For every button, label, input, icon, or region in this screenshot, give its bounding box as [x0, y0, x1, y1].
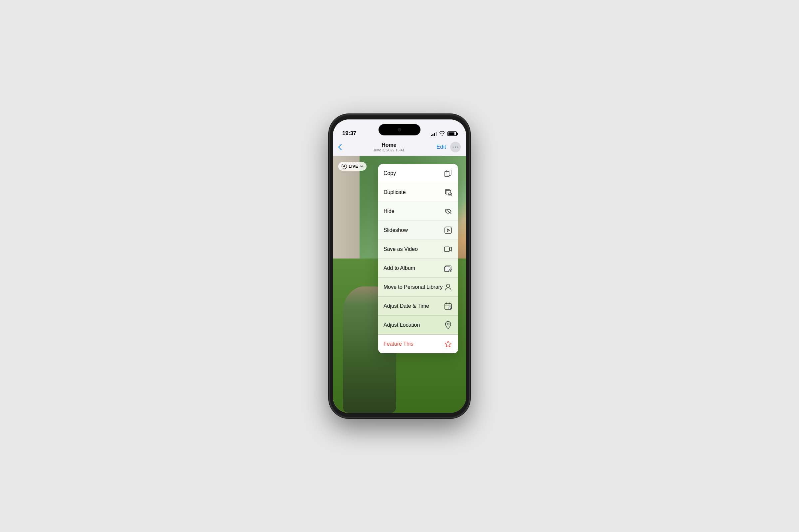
menu-item-save-video-label: Save as Video: [384, 246, 418, 252]
back-button[interactable]: [338, 144, 341, 150]
menu-item-adjust-location[interactable]: Adjust Location: [378, 316, 458, 335]
menu-item-slideshow-label: Slideshow: [384, 227, 408, 233]
phone-screen: 19:37: [333, 119, 466, 413]
chevron-down-icon: [360, 165, 363, 167]
svg-point-15: [447, 323, 449, 325]
nav-title-subtitle: June 3, 2022 15:41: [373, 148, 405, 152]
menu-item-personal-library-label: Move to Personal Library: [384, 284, 443, 290]
svg-rect-4: [445, 171, 449, 177]
svg-point-1: [455, 147, 456, 148]
live-circle-icon: [341, 164, 347, 169]
menu-item-duplicate[interactable]: Duplicate: [378, 183, 458, 202]
edit-button[interactable]: Edit: [436, 144, 446, 150]
svg-point-2: [458, 147, 459, 148]
wifi-icon: [439, 131, 445, 137]
duplicate-icon: [443, 188, 453, 197]
nav-right: Edit: [436, 142, 461, 152]
svg-rect-7: [445, 227, 451, 233]
play-icon: [443, 226, 453, 235]
menu-item-feature-this[interactable]: Feature This: [378, 335, 458, 353]
menu-item-copy-label: Copy: [384, 170, 396, 176]
status-time: 19:37: [342, 130, 356, 137]
person-icon: [443, 283, 453, 292]
menu-item-adjust-location-label: Adjust Location: [384, 322, 420, 328]
phone-device: 19:37: [330, 115, 469, 418]
menu-item-adjust-date-time[interactable]: Adjust Date & Time: [378, 297, 458, 316]
status-icons: [431, 131, 457, 137]
menu-item-feature-this-label: Feature This: [384, 341, 413, 347]
menu-item-hide-label: Hide: [384, 208, 394, 214]
menu-item-hide[interactable]: Hide: [378, 202, 458, 221]
location-icon: [443, 320, 453, 330]
navigation-bar: Home June 3, 2022 15:41 Edit: [333, 139, 466, 156]
svg-point-12: [446, 284, 450, 287]
svg-point-0: [453, 147, 454, 148]
menu-item-save-video[interactable]: Save as Video: [378, 240, 458, 259]
menu-item-add-album-label: Add to Album: [384, 265, 415, 271]
nav-title-main: Home: [373, 142, 405, 148]
calendar-icon: [443, 301, 453, 311]
camera-lens: [398, 128, 401, 131]
live-inner-circle: [343, 165, 345, 167]
feature-icon: [443, 339, 453, 349]
menu-item-add-album[interactable]: Add to Album: [378, 259, 458, 278]
menu-item-personal-library[interactable]: Move to Personal Library: [378, 278, 458, 297]
battery-fill: [448, 132, 454, 135]
hide-icon: [443, 207, 453, 216]
live-badge[interactable]: LIVE: [338, 162, 367, 171]
copy-icon: [443, 169, 453, 178]
menu-item-duplicate-label: Duplicate: [384, 189, 406, 195]
more-button[interactable]: [450, 142, 461, 152]
video-icon: [443, 245, 453, 254]
nav-title: Home June 3, 2022 15:41: [373, 142, 405, 152]
context-menu: Copy Duplicate: [378, 164, 458, 353]
menu-item-adjust-date-time-label: Adjust Date & Time: [384, 303, 429, 309]
menu-item-slideshow[interactable]: Slideshow: [378, 221, 458, 240]
live-label: LIVE: [349, 164, 358, 169]
signal-icon: [431, 131, 437, 136]
add-album-icon: [443, 264, 453, 273]
svg-rect-8: [444, 247, 449, 251]
menu-item-copy[interactable]: Copy: [378, 164, 458, 183]
dynamic-island: [378, 124, 421, 135]
battery-icon: [447, 131, 457, 136]
